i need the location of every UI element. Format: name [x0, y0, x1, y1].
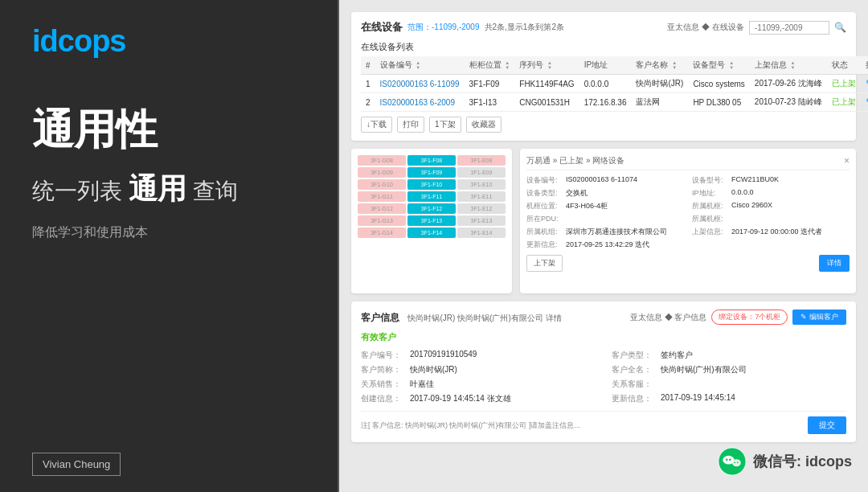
- right-panel: 在线设备 范围：-11099,-2009 共2条,显示1条到第2条 亚太信息 ◆…: [339, 0, 868, 492]
- col-action: 操作: [861, 56, 868, 75]
- rack-cell[interactable]: 3F1-F10: [407, 179, 456, 190]
- rack-cell[interactable]: 3F1-E10: [457, 179, 506, 190]
- download-btn[interactable]: ↓下载: [361, 117, 392, 133]
- customer-top-right: 亚太信息 ◆ 客户信息: [630, 312, 707, 323]
- rack-cell[interactable]: 3F1-F09: [407, 167, 456, 178]
- rack-cell[interactable]: 3F1-F13: [407, 215, 456, 226]
- table-header-row: # 设备编号 ▲▼ 柜柜位置 ▲▼ 序列号 ▲▼ IP地址 客户名称 ▲▼ 设备…: [361, 56, 868, 75]
- customer-field-row: 关系客服：: [612, 379, 846, 390]
- cell-model: Cisco systems: [688, 75, 749, 93]
- cust-label: 更新信息：: [612, 393, 656, 404]
- list-title: 在线设备列表: [361, 41, 414, 53]
- cust-value: 2017-09-19 14:45:14 张文雄: [410, 393, 511, 404]
- col-ip: IP地址: [579, 56, 632, 75]
- table-row: 2 IS020000163 6-2009 3F1-I13 CNG001531H …: [361, 93, 868, 112]
- rack-cell[interactable]: 3F1-G14: [358, 228, 406, 238]
- wechat-badge: 微信号: idcops: [718, 447, 852, 476]
- wechat-label: 微信号: idcops: [753, 452, 852, 471]
- logo-highlight: cops: [58, 24, 126, 58]
- bind-device-btn[interactable]: 绑定设备：7个机柜: [711, 310, 788, 325]
- col-serial: 序列号 ▲▼: [514, 56, 579, 75]
- cell-upload: 2017-09-26 沈海峰: [750, 75, 827, 93]
- rack-cell[interactable]: 3F1-E14: [457, 228, 506, 238]
- col-upload: 上架信息 ▲▼: [750, 56, 827, 75]
- cust-value: 快尚时锅(广州)有限公司: [661, 364, 747, 375]
- rack-cell[interactable]: 3F1-G13: [358, 215, 406, 226]
- cust-value: 快尚时锅(JR): [410, 364, 457, 375]
- customer-field-row: 关系销售：叶嘉佳: [361, 379, 596, 390]
- online-devices-header: 在线设备 范围：-11099,-2009 共2条,显示1条到第2条 亚太信息 ◆…: [361, 20, 846, 35]
- rack-cell[interactable]: 3F1-E12: [457, 203, 506, 214]
- top-right-links[interactable]: 亚太信息 ◆ 在线设备: [667, 22, 744, 33]
- submit-btn[interactable]: 提交: [808, 416, 846, 434]
- cell-device-no: IS020000163 6-11099: [375, 75, 465, 93]
- rack-cell[interactable]: 3F1-E13: [457, 215, 506, 226]
- detail-field-value: Cisco 2960X: [731, 201, 772, 211]
- author-name: Vivian Cheung: [43, 458, 110, 470]
- print-btn[interactable]: 打印: [397, 117, 424, 133]
- detail-field-label: IP地址:: [692, 188, 728, 199]
- detail-field-row: IP地址: 0.0.0.0: [692, 188, 850, 199]
- table-row: 1 IS020000163 6-11099 3F1-F09 FHK1149F4A…: [361, 75, 868, 93]
- rack-cell[interactable]: 3F1-F11: [407, 191, 456, 202]
- device-search-input[interactable]: [749, 21, 829, 35]
- detail-field-row: 所在PDU:: [526, 214, 684, 224]
- logo: idcops: [32, 24, 305, 59]
- logo-prefix: id: [32, 24, 58, 58]
- detail-field-row: 机框位置: 4F3-H06-4柜: [526, 201, 684, 211]
- online-devices-table: # 设备编号 ▲▼ 柜柜位置 ▲▼ 序列号 ▲▼ IP地址 客户名称 ▲▼ 设备…: [361, 56, 868, 112]
- cell-ip: 172.16.8.36: [579, 93, 632, 112]
- collect-btn[interactable]: 收藏器: [466, 117, 502, 133]
- cell-id: 1: [361, 75, 375, 93]
- customer-field-row: 客户编号：201709191910549: [361, 350, 596, 361]
- cust-label: 客户简称：: [361, 364, 405, 375]
- detail-field-value: 4F3-H06-4柜: [566, 201, 608, 211]
- offline-btn[interactable]: 1下架: [429, 117, 461, 133]
- rack-cell[interactable]: 3F1-G11: [358, 191, 406, 202]
- cust-label: 客户类型：: [612, 350, 656, 361]
- close-icon[interactable]: ×: [844, 155, 850, 166]
- table-footer: ↓下载 打印 1下架 收藏器: [361, 117, 846, 133]
- subtitle-part1: 统一列表: [32, 178, 122, 203]
- list-title-row: 在线设备列表: [361, 41, 846, 53]
- detail-field-row: 所属机框:: [692, 214, 850, 224]
- rack-cell[interactable]: 3F1-F08: [407, 155, 456, 166]
- online-devices-title: 在线设备: [361, 20, 403, 35]
- count-label: 共2条,显示1条到第2条: [485, 22, 564, 33]
- customer-field-row: 创建信息：2017-09-19 14:45:14 张文雄: [361, 393, 596, 404]
- rack-cell[interactable]: 3F1-F14: [407, 228, 456, 238]
- col-device-no: 设备编号 ▲▼: [375, 56, 465, 75]
- rack-cell[interactable]: 3F1-G08: [358, 155, 406, 166]
- device-detail-panel: 万易通 » 已上架 » 网络设备 × 设备编号: IS020000163 6-1…: [520, 149, 856, 293]
- rack-cell[interactable]: 3F1-F12: [407, 203, 456, 214]
- rack-cell[interactable]: 3F1-E08: [457, 155, 506, 166]
- rack-action-btn[interactable]: 上下架: [526, 255, 563, 272]
- customer-title: 客户信息: [361, 312, 399, 323]
- detail-btn[interactable]: 详情: [819, 255, 850, 272]
- wechat-icon: [718, 447, 747, 476]
- main-title: 通用性: [32, 107, 305, 153]
- detail-field-label: 更新信息:: [526, 240, 563, 250]
- cell-serial: CNG001531H: [514, 93, 579, 112]
- customer-field-row: 客户类型：签约客户: [612, 350, 846, 361]
- edit-customer-btn[interactable]: ✎ 编辑客户: [792, 310, 846, 325]
- rack-cell[interactable]: 3F1-E11: [457, 191, 506, 202]
- detail-field-row: 设备编号: IS020000163 6-11074: [526, 175, 684, 186]
- middle-section: 3F1-G083F1-F083F1-E083F1-G093F1-F093F1-E…: [351, 149, 856, 293]
- cust-value: 签约客户: [661, 350, 693, 361]
- col-location: 柜柜位置 ▲▼: [465, 56, 515, 75]
- filter-label: 范围：-11099,-2009: [407, 22, 480, 33]
- cust-label: 客户全名：: [612, 364, 656, 375]
- cell-location: 3F1-I13: [465, 93, 515, 112]
- rack-panel: 3F1-G083F1-F083F1-E083F1-G093F1-F093F1-E…: [351, 149, 512, 293]
- online-devices-section: 在线设备 范围：-11099,-2009 共2条,显示1条到第2条 亚太信息 ◆…: [351, 12, 856, 141]
- search-icon[interactable]: 🔍: [834, 22, 846, 33]
- rack-cell[interactable]: 3F1-G12: [358, 203, 406, 214]
- rack-cell[interactable]: 3F1-G10: [358, 179, 406, 190]
- rack-cell[interactable]: 3F1-E09: [457, 167, 506, 178]
- cell-action: ✎: [861, 75, 868, 93]
- rack-cell[interactable]: 3F1-G09: [358, 167, 406, 178]
- detail-field-label: 所属机框:: [692, 214, 728, 224]
- cell-location: 3F1-F09: [465, 75, 515, 93]
- cust-label: 关系客服：: [612, 379, 656, 390]
